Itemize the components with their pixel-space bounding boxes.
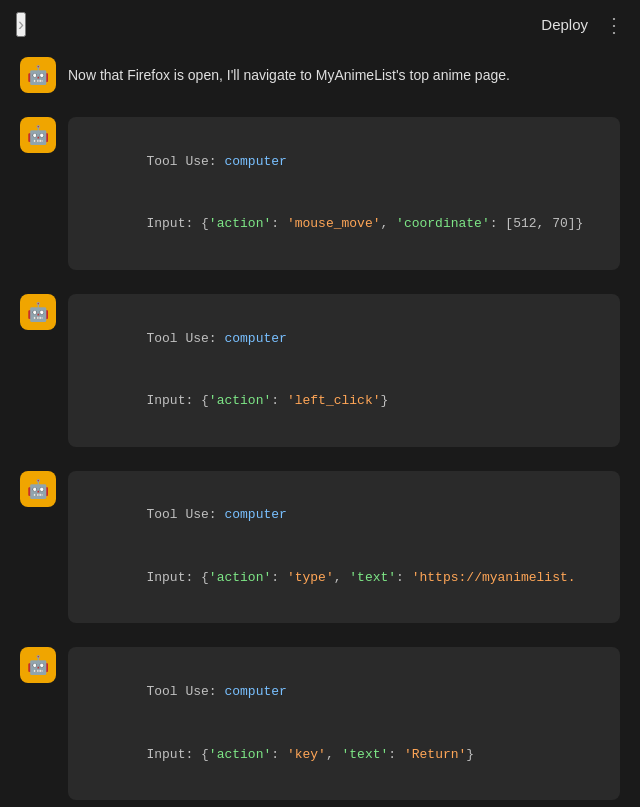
- code-block-mouse-move: Tool Use: computer Input: {'action': 'mo…: [68, 117, 620, 270]
- avatar: 🤖: [20, 471, 56, 507]
- code-block-left-click: Tool Use: computer Input: {'action': 'le…: [68, 294, 620, 447]
- colon2: :: [490, 216, 506, 231]
- input-label: Input:: [146, 747, 201, 762]
- list-item: 🤖 Tool Use: computer Input: {'action': '…: [20, 471, 620, 624]
- colon1: :: [271, 747, 287, 762]
- brace-open: {: [201, 570, 209, 585]
- brace-close: }: [466, 747, 474, 762]
- computer-label: computer: [224, 684, 286, 699]
- coord-value: [512, 70]: [505, 216, 575, 231]
- input-label: Input:: [146, 570, 201, 585]
- code-block-key: Tool Use: computer Input: {'action': 'ke…: [68, 647, 620, 800]
- text-value: 'Return': [404, 747, 466, 762]
- comma1: ,: [334, 570, 350, 585]
- tool-use-line: Tool Use: computer: [84, 485, 604, 547]
- computer-label: computer: [224, 507, 286, 522]
- colon1: :: [271, 216, 287, 231]
- brace-close: }: [576, 216, 584, 231]
- colon2: :: [396, 570, 412, 585]
- computer-label: computer: [224, 331, 286, 346]
- action-key: 'action': [209, 216, 271, 231]
- avatar: 🤖: [20, 57, 56, 93]
- list-item: 🤖 Tool Use: computer Input: {'action': '…: [20, 294, 620, 447]
- text-key: 'text': [342, 747, 389, 762]
- header-left: ›: [16, 12, 34, 37]
- list-item: 🤖 Tool Use: computer Input: {'action': '…: [20, 117, 620, 270]
- input-line: Input: {'action': 'left_click'}: [84, 370, 604, 432]
- colon1: :: [271, 393, 287, 408]
- input-line: Input: {'action': 'key', 'text': 'Return…: [84, 724, 604, 786]
- coord-key: 'coordinate': [396, 216, 490, 231]
- avatar: 🤖: [20, 117, 56, 153]
- action-value: 'mouse_move': [287, 216, 381, 231]
- list-item: 🤖 Tool Use: computer Input: {'action': '…: [20, 647, 620, 800]
- narrative-text: Now that Firefox is open, I'll navigate …: [68, 57, 510, 86]
- brace-open: {: [201, 747, 209, 762]
- input-line: Input: {'action': 'type', 'text': 'https…: [84, 547, 604, 609]
- action-value: 'left_click': [287, 393, 381, 408]
- computer-label: computer: [224, 154, 286, 169]
- tool-use-label: Tool Use:: [146, 684, 224, 699]
- colon1: :: [271, 570, 287, 585]
- brace-close: }: [381, 393, 389, 408]
- action-key: 'action': [209, 570, 271, 585]
- code-block-type: Tool Use: computer Input: {'action': 'ty…: [68, 471, 620, 624]
- tool-use-label: Tool Use:: [146, 154, 224, 169]
- text-key: 'text': [349, 570, 396, 585]
- comma1: ,: [326, 747, 342, 762]
- tool-use-label: Tool Use:: [146, 507, 224, 522]
- brace-open: {: [201, 216, 209, 231]
- text-value: 'https://myanimelist.: [412, 570, 576, 585]
- action-key: 'action': [209, 393, 271, 408]
- tool-use-line: Tool Use: computer: [84, 308, 604, 370]
- deploy-button[interactable]: Deploy: [541, 16, 588, 33]
- content-area: 🤖 Now that Firefox is open, I'll navigat…: [0, 49, 640, 807]
- comma1: ,: [381, 216, 397, 231]
- input-label: Input:: [146, 216, 201, 231]
- list-item: 🤖 Now that Firefox is open, I'll navigat…: [20, 57, 620, 93]
- header-right: Deploy ⋮: [541, 13, 624, 37]
- tool-use-line: Tool Use: computer: [84, 131, 604, 193]
- chevron-right-icon[interactable]: ›: [16, 12, 26, 37]
- action-value: 'type': [287, 570, 334, 585]
- tool-use-label: Tool Use:: [146, 331, 224, 346]
- avatar: 🤖: [20, 294, 56, 330]
- input-line: Input: {'action': 'mouse_move', 'coordin…: [84, 193, 604, 255]
- action-value: 'key': [287, 747, 326, 762]
- input-label: Input:: [146, 393, 201, 408]
- colon2: :: [388, 747, 404, 762]
- tool-use-line: Tool Use: computer: [84, 661, 604, 723]
- action-key: 'action': [209, 747, 271, 762]
- header: › Deploy ⋮: [0, 0, 640, 49]
- avatar: 🤖: [20, 647, 56, 683]
- brace-open: {: [201, 393, 209, 408]
- more-menu-icon[interactable]: ⋮: [604, 13, 624, 37]
